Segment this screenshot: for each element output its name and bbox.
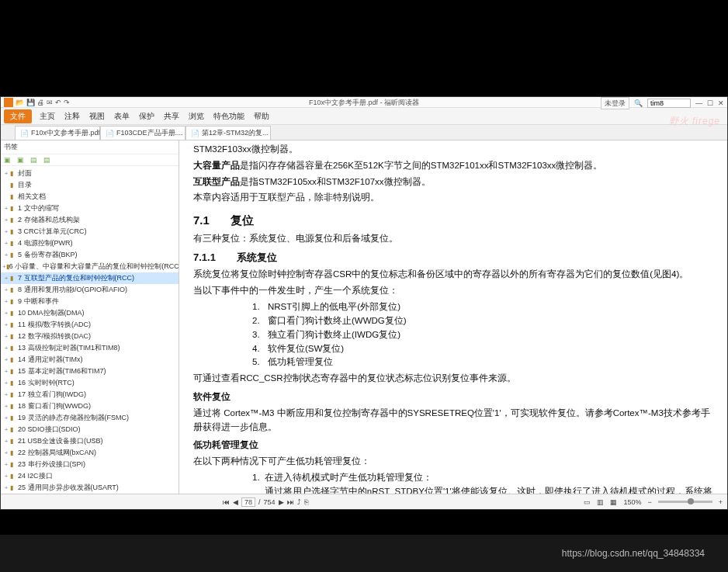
tree-expand-icon[interactable]: + — [2, 310, 10, 317]
document-tab[interactable]: 📄第12章-STM32的复...× — [185, 126, 271, 140]
menu-item[interactable]: 共享 — [164, 111, 179, 122]
tree-expand-icon[interactable]: + — [2, 356, 10, 363]
bookmark-item[interactable]: +▮19 灵活的静态存储器控制器(FSMC) — [1, 412, 179, 424]
bookmark-tree[interactable]: +▮封面 ▮目录 ▮相关文档+▮1 文中的缩写+▮2 存储器和总线构架+▮3 C… — [1, 166, 179, 494]
tree-expand-icon[interactable]: + — [2, 414, 10, 421]
bookmark-item[interactable]: +▮22 控制器局域网(bxCAN) — [1, 447, 179, 459]
tree-expand-icon[interactable]: + — [2, 461, 10, 468]
bookmark-item[interactable]: +▮5 备份寄存器(BKP) — [1, 249, 179, 261]
bookmark-item[interactable]: +▮21 USB全速设备接口(USB) — [1, 435, 179, 447]
tree-expand-icon[interactable]: + — [2, 484, 10, 491]
menu-item[interactable]: 表单 — [114, 111, 130, 122]
menu-item[interactable]: 注释 — [64, 111, 80, 122]
minimize-icon[interactable]: — — [695, 98, 702, 109]
tree-expand-icon[interactable]: + — [2, 228, 10, 235]
bookmark-item[interactable]: +▮1 文中的缩写 — [1, 203, 179, 214]
bookmark-item[interactable]: +▮10 DMA控制器(DMA) — [1, 307, 179, 319]
bookmark-item[interactable]: +▮12 数字/模拟转换(DAC) — [1, 331, 179, 342]
tree-expand-icon[interactable]: + — [2, 391, 10, 398]
bookmark-item[interactable]: +▮24 I2C接口 — [1, 470, 179, 482]
next-page-icon[interactable]: ▶ — [279, 498, 284, 506]
tree-expand-icon[interactable]: + — [2, 321, 10, 328]
tree-expand-icon[interactable]: + — [2, 275, 10, 282]
zoom-out-icon[interactable]: − — [647, 498, 651, 506]
zoom-slider[interactable] — [658, 501, 712, 503]
menu-item[interactable]: 保护 — [139, 111, 154, 122]
tree-expand-icon[interactable]: + — [2, 473, 10, 480]
tree-expand-icon[interactable]: + — [2, 298, 10, 305]
sidebar-tool-icon[interactable]: ▤ — [30, 156, 37, 164]
document-tab[interactable]: 📄F103CDE产品手册....× — [100, 126, 185, 140]
search-icon[interactable]: 🔍 — [634, 98, 643, 109]
view-mode-icon[interactable]: ▥ — [597, 498, 604, 506]
prev-page-icon[interactable]: ◀ — [233, 498, 238, 506]
maximize-icon[interactable]: ☐ — [707, 98, 713, 109]
bookmark-item[interactable]: +▮20 SDIO接口(SDIO) — [1, 424, 179, 435]
close-icon[interactable]: ✕ — [718, 98, 724, 109]
bookmark-item[interactable]: +▮13 高级控制定时器(TIM1和TIM8) — [1, 342, 179, 354]
search-input[interactable] — [647, 99, 691, 108]
bookmark-item[interactable]: +▮11 模拟/数字转换(ADC) — [1, 319, 179, 331]
menu-item[interactable]: 主页 — [40, 111, 55, 122]
sidebar-tool-icon[interactable]: ▣ — [17, 156, 24, 164]
tree-expand-icon[interactable]: + — [2, 380, 10, 387]
tree-expand-icon[interactable]: + — [2, 426, 10, 433]
tree-expand-icon[interactable]: + — [2, 251, 10, 258]
bookmark-item[interactable]: +▮23 串行外设接口(SPI) — [1, 459, 179, 470]
tree-expand-icon[interactable]: + — [2, 333, 10, 340]
file-menu[interactable]: 文件 — [4, 109, 32, 123]
bookmark-item[interactable]: +▮18 窗口看门狗(WWDG) — [1, 400, 179, 412]
tree-expand-icon[interactable]: + — [2, 368, 10, 375]
view-mode-icon[interactable]: ▭ — [584, 498, 591, 506]
tree-expand-icon[interactable]: + — [2, 205, 10, 212]
nav-extra-icon[interactable]: ⎘ — [304, 498, 308, 506]
menu-item[interactable]: 浏览 — [189, 111, 204, 122]
bookmark-item[interactable]: +▮7 互联型产品的复位和时钟控制(RCC) — [1, 272, 179, 284]
bookmark-item[interactable]: ▮目录 — [1, 179, 179, 191]
bookmark-item[interactable]: +▮25 通用同步异步收发器(USART) — [1, 482, 179, 494]
zoom-in-icon[interactable]: + — [719, 498, 723, 506]
print-icon[interactable]: 🖨 — [37, 97, 44, 108]
document-tab[interactable]: 📄F10x中文参考手册.pdf× — [15, 126, 100, 140]
tree-expand-icon[interactable]: + — [2, 345, 10, 352]
bookmark-item[interactable]: +▮9 中断和事件 — [1, 296, 179, 307]
redo-icon[interactable]: ↷ — [64, 97, 70, 108]
bookmark-icon: ▮ — [10, 228, 18, 235]
tree-expand-icon[interactable]: + — [2, 240, 10, 247]
bookmark-item[interactable]: +▮4 电源控制(PWR) — [1, 237, 179, 249]
tree-expand-icon[interactable]: + — [2, 286, 10, 293]
bookmark-item[interactable]: +▮封面 — [1, 168, 179, 179]
sidebar-tool-icon[interactable]: ▤ — [43, 156, 50, 164]
sidebar-tool-icon[interactable]: ▣ — [4, 156, 11, 164]
zoom-value[interactable]: 150% — [623, 498, 641, 506]
first-page-icon[interactable]: ⏮ — [223, 498, 230, 506]
bookmark-item[interactable]: +▮16 实时时钟(RTC) — [1, 377, 179, 389]
undo-icon[interactable]: ↶ — [55, 97, 61, 108]
open-icon[interactable]: 📂 — [16, 97, 24, 108]
tree-expand-icon[interactable]: + — [2, 170, 10, 177]
bookmark-item[interactable]: +▮8 通用和复用功能I/O(GPIO和AFIO) — [1, 284, 179, 296]
nav-extra-icon[interactable]: ⤴ — [297, 498, 301, 506]
bookmark-item[interactable]: +▮17 独立看门狗(IWDG) — [1, 389, 179, 400]
menu-item[interactable]: 帮助 — [254, 111, 269, 122]
login-status[interactable]: 未登录 — [601, 97, 629, 109]
bookmark-item[interactable]: +▮6 小容量、中容量和大容量产品的复位和时钟控制(RCC) — [1, 261, 179, 272]
bookmark-item[interactable]: ▮相关文档 — [1, 191, 179, 203]
tree-expand-icon[interactable]: + — [2, 403, 10, 410]
page-current[interactable]: 78 — [241, 497, 255, 507]
menu-item[interactable]: 视图 — [89, 111, 105, 122]
last-page-icon[interactable]: ⏭ — [287, 498, 294, 506]
tree-expand-icon[interactable]: + — [2, 438, 10, 445]
bookmark-item[interactable]: +▮14 通用定时器(TIMx) — [1, 354, 179, 366]
bookmark-item[interactable]: +▮3 CRC计算单元(CRC) — [1, 226, 179, 237]
bookmark-item[interactable]: +▮2 存储器和总线构架 — [1, 214, 179, 226]
view-mode-icon[interactable]: ▦ — [610, 498, 617, 506]
pdf-icon: 📄 — [20, 130, 29, 137]
menu-item[interactable]: 特色功能 — [213, 111, 244, 122]
save-icon[interactable]: 💾 — [26, 97, 35, 108]
document-view[interactable]: STM32F103xx微控制器。 大容量产品是指闪存存储器容量在256K至512… — [179, 140, 727, 494]
tree-expand-icon[interactable]: + — [2, 217, 10, 224]
tree-expand-icon[interactable]: + — [2, 449, 10, 456]
mail-icon[interactable]: ✉ — [47, 97, 53, 108]
bookmark-item[interactable]: +▮15 基本定时器(TIM6和TIM7) — [1, 366, 179, 377]
